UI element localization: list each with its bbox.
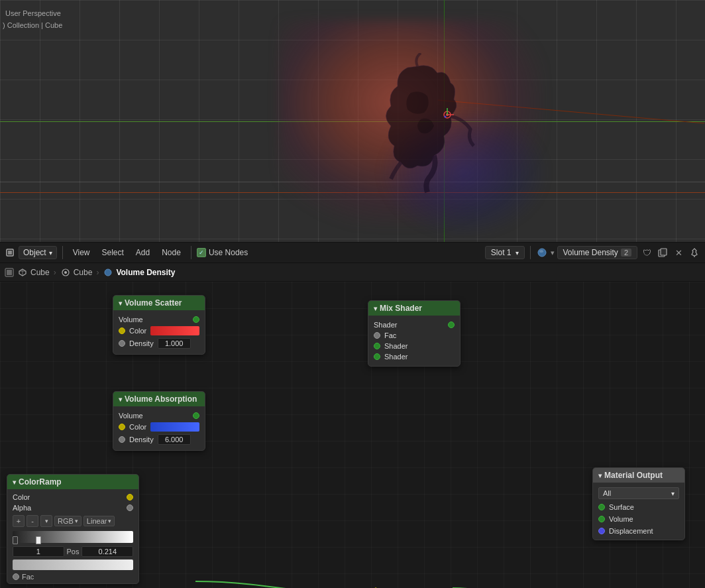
node-mix-shader[interactable]: ▾ Mix Shader Shader Fac Shader Shader (368, 300, 461, 367)
node-mix-shader-header: ▾ Mix Shader (368, 301, 460, 316)
mo-surface-label: Surface (609, 503, 634, 511)
volume-out-socket[interactable] (193, 316, 199, 323)
pin-icon-btn[interactable] (688, 245, 701, 260)
menu-view[interactable]: View (68, 246, 95, 259)
cr-stop-index[interactable]: 1 (13, 546, 64, 557)
cr-color-preview[interactable] (13, 559, 133, 570)
material-browse-icon: ▾ (551, 249, 555, 257)
mix-fac-label: Fac (384, 331, 396, 339)
use-nodes-checkbox[interactable]: ✓ Use Nodes (197, 248, 248, 257)
mix-shader2-socket[interactable] (374, 353, 380, 360)
vol-abs-density-value[interactable]: 6.000 (158, 434, 191, 445)
material-icon (103, 267, 113, 278)
density-in-socket[interactable] (119, 340, 125, 347)
slot-selector[interactable]: Slot 1 (485, 246, 525, 259)
unlink-icon-btn[interactable]: ✕ (672, 245, 685, 260)
material-count-badge: 2 (621, 249, 631, 257)
chevron-icon: ▾ (119, 300, 122, 307)
breadcrumb-cube2[interactable]: Cube (74, 268, 93, 277)
breadcrumb-cube1[interactable]: Cube (30, 268, 50, 277)
cr-stop-1[interactable] (36, 536, 41, 544)
mix-shader-out-row: Shader (368, 320, 460, 330)
material-sphere-icon (536, 247, 548, 259)
chevron-icon5: ▾ (598, 472, 602, 479)
menu-select[interactable]: Select (97, 246, 128, 259)
node-color-ramp-title: ColorRamp (19, 477, 62, 487)
svg-rect-6 (8, 251, 12, 255)
node-volume-absorption[interactable]: ▾ Volume Absorption Volume Color Density… (113, 391, 205, 451)
node-color-ramp[interactable]: ▾ ColorRamp Color Alpha + - ▾ RGB ▾ (7, 474, 139, 584)
color-in-socket[interactable] (119, 327, 125, 334)
vol-abs-color-label: Color (129, 423, 146, 431)
slot-label: Slot 1 (491, 248, 512, 257)
svg-rect-10 (661, 249, 667, 255)
cr-stop-0[interactable] (13, 536, 18, 544)
cr-rgb-select[interactable]: RGB ▾ (54, 516, 81, 526)
node-material-output-header: ▾ Material Output (593, 468, 684, 483)
node-material-output[interactable]: ▾ Material Output All Surface Volume (592, 467, 685, 540)
mo-surface-socket[interactable] (598, 504, 605, 510)
material-name-field[interactable]: Volume Density 2 (557, 246, 638, 259)
node-mix-shader-title: Mix Shader (380, 304, 422, 313)
mix-shader-out-socket[interactable] (448, 322, 455, 328)
node-material-output-title: Material Output (604, 471, 663, 480)
header-bar: Object View Select Add Node ✓ Use Nodes … (0, 242, 705, 263)
chevron-down-icon2 (515, 248, 519, 257)
cr-add-stop-btn[interactable]: + (13, 515, 25, 527)
cr-fac-socket[interactable] (13, 573, 19, 580)
svg-point-8 (539, 250, 543, 253)
mo-volume-row: Volume (593, 513, 684, 525)
menu-node[interactable]: Node (157, 246, 186, 259)
cr-color-out-socket[interactable] (127, 494, 133, 500)
breadcrumb-material[interactable]: Volume Density (116, 268, 175, 277)
mo-displacement-socket[interactable] (598, 528, 605, 534)
breadcrumb-sep2: › (95, 268, 100, 277)
viewport[interactable]: User Perspective ) Collection | Cube (0, 0, 705, 242)
cr-remove-stop-btn[interactable]: - (27, 515, 38, 527)
mo-all-dropdown[interactable]: All (598, 487, 679, 499)
cr-tb-extra-btn[interactable]: ▾ (40, 515, 52, 527)
object-silhouette (371, 53, 477, 206)
object-mode-dropdown[interactable]: Object (19, 246, 57, 259)
density-value[interactable]: 1.000 (158, 338, 191, 349)
color-swatch-red[interactable] (150, 326, 199, 335)
chevron-down-icon (49, 248, 52, 257)
node-editor[interactable]: ▾ Volume Scatter Volume Color Density 1.… (0, 282, 705, 588)
node-color-ramp-body: Color Alpha + - ▾ RGB ▾ Linear ▾ (7, 489, 138, 583)
vol-abs-density-socket[interactable] (119, 436, 125, 443)
svg-point-17 (64, 271, 67, 274)
mix-fac-socket[interactable] (374, 332, 380, 339)
vol-abs-out-socket[interactable] (193, 412, 199, 419)
svg-point-4 (445, 116, 447, 118)
cr-fac-label: Fac (22, 573, 34, 581)
cr-alpha-out-socket[interactable] (127, 504, 133, 511)
editor-mode-icon (4, 267, 15, 278)
color-label: Color (129, 327, 146, 335)
mix-fac-row: Fac (368, 330, 460, 341)
origin-gizmo (441, 108, 451, 119)
copy-icon-btn[interactable] (656, 245, 669, 260)
material-name-label: Volume Density (563, 248, 618, 257)
mix-shader1-socket[interactable] (374, 343, 380, 349)
cr-fac-row: Fac (13, 571, 133, 581)
cr-gradient-bar[interactable] (13, 531, 133, 543)
mo-volume-socket[interactable] (598, 516, 605, 522)
node-volume-absorption-title: Volume Absorption (125, 394, 197, 404)
vol-abs-color-socket[interactable] (119, 424, 125, 430)
node-mix-shader-body: Shader Fac Shader Shader (368, 316, 460, 366)
viewport-collection-label: ) Collection | Cube (3, 21, 62, 29)
menu-add[interactable]: Add (131, 246, 154, 259)
shield-icon-btn[interactable]: 🛡 (640, 245, 653, 260)
svg-rect-13 (7, 270, 12, 275)
mix-shader1-row: Shader (368, 341, 460, 351)
node-volume-scatter[interactable]: ▾ Volume Scatter Volume Color Density 1.… (113, 295, 205, 355)
cr-pos-label: Pos (67, 548, 80, 556)
mix-shader1-label: Shader (384, 342, 407, 350)
node-volume-scatter-title: Volume Scatter (125, 298, 182, 308)
cr-pos-value[interactable]: 0.214 (81, 546, 133, 557)
cr-linear-select[interactable]: Linear ▾ (83, 516, 115, 526)
color-swatch-blue[interactable] (150, 422, 199, 432)
checkbox-checked-icon: ✓ (197, 248, 206, 257)
svg-point-7 (538, 249, 546, 257)
mo-all-row: All (593, 485, 684, 501)
